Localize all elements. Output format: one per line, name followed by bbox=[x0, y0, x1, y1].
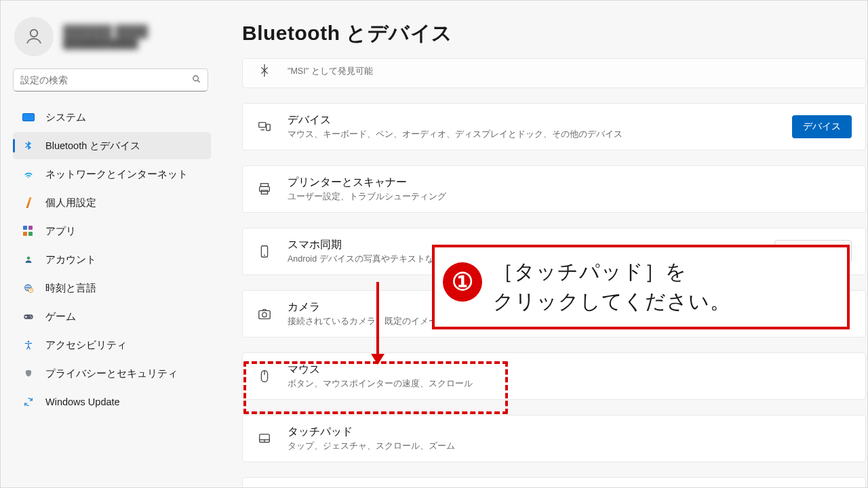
sidebar-item-label: 時刻と言語 bbox=[45, 282, 96, 295]
svg-point-9 bbox=[28, 341, 30, 343]
card-title: タッチパッド bbox=[288, 425, 455, 439]
sidebar-item-system[interactable]: システム bbox=[13, 104, 211, 131]
sidebar-item-label: システム bbox=[45, 111, 86, 124]
sidebar-item-accessibility[interactable]: アクセシビリティ bbox=[13, 331, 211, 359]
svg-rect-14 bbox=[261, 190, 267, 195]
gamepad-icon bbox=[22, 310, 35, 323]
sidebar-item-label: アプリ bbox=[45, 225, 76, 238]
avatar bbox=[14, 17, 54, 56]
card-title: スマホ同期 bbox=[288, 238, 557, 252]
card-title: マウス bbox=[288, 363, 473, 377]
svg-point-16 bbox=[264, 255, 265, 256]
brush-icon bbox=[22, 197, 35, 208]
card-subtitle: 接続されているカメラ、既定のイメージ設定 bbox=[288, 316, 464, 327]
svg-point-8 bbox=[31, 317, 33, 318]
globe-clock-icon bbox=[22, 283, 35, 293]
card-subtitle: ユーザー設定、トラブルシューティング bbox=[288, 191, 446, 203]
card-devices[interactable]: デバイス マウス、キーボード、ペン、オーディオ、ディスプレイとドック、その他のデ… bbox=[242, 103, 866, 150]
card-subtitle: "MSI" として発見可能 bbox=[288, 66, 373, 77]
sidebar-item-label: アカウント bbox=[45, 253, 96, 266]
card-camera[interactable]: カメラ 接続されているカメラ、既定のイメージ設定 bbox=[242, 290, 866, 338]
bluetooth-small-icon bbox=[256, 63, 273, 78]
sidebar-item-privacy[interactable]: プライバシーとセキュリティ bbox=[13, 360, 211, 387]
card-discoverable[interactable]: "MSI" として発見可能 bbox=[242, 58, 866, 88]
display-icon bbox=[22, 113, 35, 121]
person-icon bbox=[24, 26, 44, 47]
wifi-icon bbox=[22, 168, 35, 180]
svg-rect-10 bbox=[259, 123, 266, 127]
sidebar-item-personalization[interactable]: 個人用設定 bbox=[13, 189, 211, 216]
user-sub: ████████████ bbox=[63, 39, 148, 49]
user-info-blurred: ██████ ████ ████████████ bbox=[63, 25, 148, 49]
main-content: Bluetooth とデバイス "MSI" として発見可能 デバイス マウス、キ… bbox=[218, 1, 867, 487]
sidebar-item-label: ゲーム bbox=[45, 310, 76, 323]
svg-point-0 bbox=[31, 30, 38, 37]
open-phone-link-button[interactable]: スマホ同期を bbox=[774, 240, 852, 263]
sidebar-item-label: プライバシーとセキュリティ bbox=[45, 367, 178, 380]
page-title: Bluetooth とデバイス bbox=[242, 20, 867, 47]
svg-point-18 bbox=[262, 312, 267, 317]
devices-icon bbox=[256, 119, 273, 134]
accessibility-icon bbox=[22, 340, 35, 350]
touchpad-icon bbox=[256, 431, 273, 446]
sidebar-item-label: ネットワークとインターネット bbox=[45, 168, 188, 181]
card-subtitle: タップ、ジェスチャ、スクロール、ズーム bbox=[288, 441, 455, 452]
svg-rect-11 bbox=[267, 124, 271, 130]
svg-rect-17 bbox=[259, 310, 271, 319]
mouse-icon bbox=[256, 369, 273, 384]
bluetooth-icon bbox=[22, 140, 35, 151]
printer-icon bbox=[256, 182, 273, 197]
account-icon bbox=[22, 254, 35, 265]
card-printers[interactable]: プリンターとスキャナー ユーザー設定、トラブルシューティング bbox=[242, 165, 866, 213]
card-touchpad[interactable]: タッチパッド タップ、ジェスチャ、スクロール、ズーム bbox=[242, 415, 866, 462]
svg-point-3 bbox=[27, 256, 31, 260]
card-subtitle: ボタン、マウスポインターの速度、スクロール bbox=[288, 378, 473, 390]
settings-card-list: "MSI" として発見可能 デバイス マウス、キーボード、ペン、オーディオ、ディ… bbox=[242, 58, 866, 487]
card-title: カメラ bbox=[288, 300, 464, 314]
shield-icon bbox=[22, 368, 35, 379]
nav-list: システム Bluetooth とデバイス ネットワークとインターネット 個人用設… bbox=[13, 104, 211, 415]
sidebar-item-windows-update[interactable]: Windows Update bbox=[13, 388, 211, 415]
card-mouse[interactable]: マウス ボタン、マウスポインターの速度、スクロール bbox=[242, 352, 866, 400]
user-name: ██████ ████ bbox=[63, 25, 148, 39]
sidebar-item-label: Windows Update bbox=[45, 396, 120, 407]
sidebar-item-label: 個人用設定 bbox=[45, 197, 96, 209]
sidebar-item-apps[interactable]: アプリ bbox=[13, 218, 211, 245]
search-icon bbox=[191, 74, 201, 86]
search-field-wrap bbox=[13, 68, 208, 92]
sidebar: ██████ ████ ████████████ システム Bluetooth … bbox=[1, 1, 218, 487]
add-device-button[interactable]: デバイス bbox=[792, 115, 852, 138]
card-pen-ink[interactable]: ペンと Windows Ink 右利きまたは左利き、ペン ボタンのショートカット… bbox=[242, 477, 866, 487]
camera-icon bbox=[256, 306, 273, 321]
card-subtitle: Android デバイスの写真やテキストなどにすばやくアクセスできます bbox=[288, 253, 557, 265]
sidebar-item-label: Bluetooth とデバイス bbox=[45, 140, 140, 152]
sidebar-item-label: アクセシビリティ bbox=[45, 339, 127, 352]
phone-icon bbox=[256, 244, 273, 259]
sidebar-item-bluetooth[interactable]: Bluetooth とデバイス bbox=[13, 132, 211, 159]
card-title: プリンターとスキャナー bbox=[288, 176, 446, 190]
sidebar-item-gaming[interactable]: ゲーム bbox=[13, 303, 211, 330]
sidebar-item-network[interactable]: ネットワークとインターネット bbox=[13, 161, 211, 188]
search-input[interactable] bbox=[13, 68, 208, 92]
sidebar-item-time-language[interactable]: 時刻と言語 bbox=[13, 274, 211, 302]
sidebar-item-accounts[interactable]: アカウント bbox=[13, 246, 211, 273]
settings-window: ██████ ████ ████████████ システム Bluetooth … bbox=[0, 0, 868, 488]
card-phone-link[interactable]: スマホ同期 Android デバイスの写真やテキストなどにすばやくアクセスできま… bbox=[242, 228, 866, 275]
user-account-row[interactable]: ██████ ████ ████████████ bbox=[13, 13, 211, 68]
svg-line-2 bbox=[198, 81, 200, 83]
svg-point-1 bbox=[193, 76, 199, 81]
card-title: デバイス bbox=[288, 113, 623, 127]
svg-point-7 bbox=[30, 316, 31, 317]
card-subtitle: マウス、キーボード、ペン、オーディオ、ディスプレイとドック、その他のデバイス bbox=[288, 129, 623, 140]
apps-icon bbox=[22, 226, 35, 237]
update-icon bbox=[22, 396, 35, 407]
